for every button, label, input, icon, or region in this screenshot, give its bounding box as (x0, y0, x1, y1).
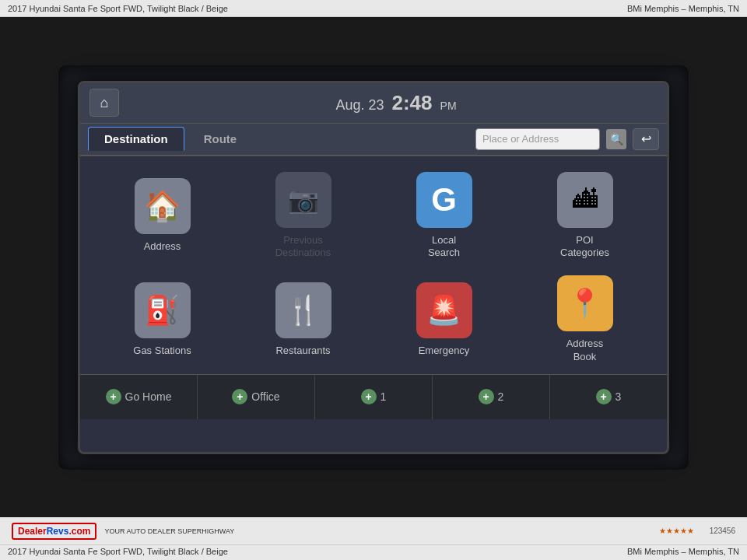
icon-poi-label: POICategories (560, 234, 609, 261)
browser-top-right: BMi Memphis – Memphis, TN (627, 4, 739, 13)
dealer-subtitle: YOUR AUTO DEALER SUPERHIGHWAY (104, 527, 234, 535)
home-icon: ⌂ (100, 95, 109, 111)
slot-3-add-btn[interactable]: + (596, 389, 612, 404)
date-display: Aug. 23 (335, 97, 384, 114)
icon-gas-stations[interactable]: ⛽ Gas Stations (92, 268, 233, 372)
slot-1-label: 1 (381, 390, 387, 403)
dealer-tagline: YOUR AUTO DEALER SUPERHIGHWAY (104, 527, 234, 535)
shortcut-slot-1[interactable]: + 1 (315, 375, 433, 419)
icon-restaurants-label: Restaurants (275, 345, 330, 358)
tabs-bar: Destination Route Place or Address 🔍 ↩ (80, 124, 667, 156)
icon-local-search[interactable]: G LocalSearch (374, 164, 514, 268)
back-button[interactable]: ↩ (633, 128, 659, 150)
shortcut-slot-2[interactable]: + 2 (433, 375, 550, 419)
nav-header: ⌂ Aug. 23 2:48 PM (80, 83, 667, 124)
icon-gas-label: Gas Stations (133, 345, 191, 358)
shortcut-office[interactable]: + Office (198, 375, 315, 419)
go-home-label: Go Home (125, 390, 172, 403)
google-g-icon: G (431, 181, 457, 219)
browser-bottom-left: 2017 Hyundai Santa Fe Sport FWD, Twiligh… (8, 547, 228, 558)
ampm-display: PM (440, 100, 457, 112)
office-add-btn[interactable]: + (232, 389, 247, 404)
home-button[interactable]: ⌂ (89, 89, 119, 117)
search-icon: 🔍 (610, 133, 623, 145)
icon-poi-categories[interactable]: 🏙 POICategories (514, 164, 655, 268)
slot-2-add-btn[interactable]: + (479, 389, 494, 404)
icon-restaurants[interactable]: 🍴 Restaurants (233, 268, 374, 372)
icon-emergency-label: Emergency (419, 345, 470, 358)
icon-address-book-label: AddressBook (566, 338, 604, 364)
icon-local-search-label: LocalSearch (428, 234, 460, 261)
slot-1-add-btn[interactable]: + (361, 389, 377, 404)
dealer-watermark-bar: Dealer Revs .com YOUR AUTO DEALER SUPERH… (0, 517, 747, 544)
search-button[interactable]: 🔍 (606, 129, 626, 149)
shortcut-go-home[interactable]: + Go Home (80, 375, 198, 419)
shortcuts-bar: + Go Home + Office + 1 + 2 + 3 (80, 374, 667, 419)
tab-destination[interactable]: Destination (88, 127, 184, 151)
browser-top-left: 2017 Hyundai Santa Fe Sport FWD, Twiligh… (8, 4, 228, 13)
go-home-add-btn[interactable]: + (106, 389, 121, 404)
dealer-logo-badge: Dealer Revs .com (12, 523, 96, 540)
shortcut-slot-3[interactable]: + 3 (550, 375, 667, 419)
browser-bottom-bar: 2017 Hyundai Santa Fe Sport FWD, Twiligh… (0, 544, 747, 560)
icon-address-label: Address (144, 240, 181, 254)
icon-previous-destinations: 📷 PreviousDestinations (233, 164, 374, 268)
browser-bottom-right: BMi Memphis – Memphis, TN (627, 547, 739, 558)
nav-screen: ⌂ Aug. 23 2:48 PM Destination Route (78, 81, 669, 454)
icon-emergency[interactable]: 🚨 Emergency (374, 268, 514, 372)
icon-address-book[interactable]: 📍 AddressBook (514, 268, 655, 372)
icons-grid: 🏠 Address 📷 PreviousDestinations G (80, 156, 667, 374)
tab-route[interactable]: Route (188, 127, 254, 151)
search-input-box[interactable]: Place or Address (475, 128, 600, 150)
slot-3-label: 3 (615, 390, 622, 403)
office-label: Office (251, 390, 279, 403)
browser-top-bar: 2017 Hyundai Santa Fe Sport FWD, Twiligh… (0, 0, 747, 17)
icon-previous-label: PreviousDestinations (275, 234, 331, 261)
back-icon: ↩ (641, 131, 651, 146)
time-display: 2:48 (392, 91, 433, 115)
slot-2-label: 2 (498, 390, 504, 403)
icon-address[interactable]: 🏠 Address (92, 164, 233, 268)
